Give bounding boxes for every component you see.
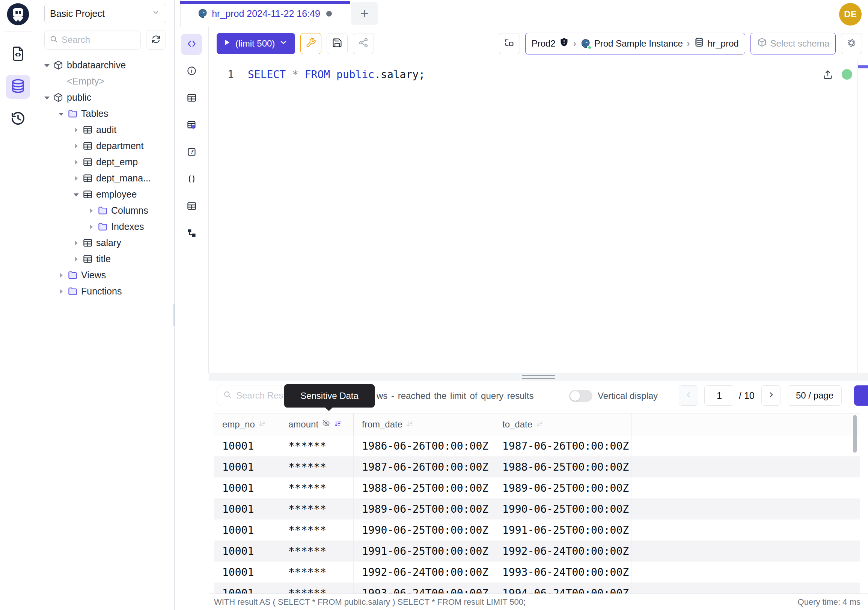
- tree-caret-icon[interactable]: [73, 175, 79, 182]
- result-cell[interactable]: 1988-06-25T00:00:00Z: [353, 477, 494, 498]
- tree-caret-icon[interactable]: [73, 191, 79, 197]
- strip-code-button[interactable]: [181, 34, 202, 55]
- sort-icon[interactable]: [406, 420, 414, 428]
- tree-item-employee[interactable]: employee: [36, 186, 174, 202]
- tree-item-dept-emp[interactable]: dept_emp: [36, 154, 174, 170]
- tree-item-bbdataarchive[interactable]: bbdataarchive: [36, 57, 174, 73]
- rail-history-button[interactable]: [6, 107, 30, 131]
- tree-caret-icon[interactable]: [43, 94, 50, 101]
- result-cell[interactable]: 1987-06-26T00:00:00Z: [353, 456, 494, 477]
- strip-info-button[interactable]: [181, 61, 202, 82]
- result-row[interactable]: 10001 ****** 1990-06-25T00:00:00Z 1991-0…: [214, 520, 860, 540]
- result-cell[interactable]: ******: [280, 498, 353, 520]
- result-cell[interactable]: ******: [280, 582, 353, 594]
- tree-item-empty[interactable]: <Empty>: [36, 73, 174, 89]
- rail-database-button[interactable]: [6, 75, 30, 99]
- tree-item-indexes[interactable]: Indexes: [36, 219, 174, 235]
- tree-item-functions[interactable]: Functions: [36, 283, 174, 300]
- strip-masked-table-button[interactable]: [181, 115, 202, 136]
- result-cell[interactable]: 10001: [214, 498, 280, 520]
- next-page-button[interactable]: [761, 385, 781, 406]
- tree-caret-icon[interactable]: [73, 127, 79, 133]
- result-cell[interactable]: 1989-06-25T00:00:00Z: [353, 498, 494, 520]
- result-row[interactable]: 10001 ****** 1988-06-25T00:00:00Z 1989-0…: [214, 477, 860, 498]
- result-cell[interactable]: 10001: [214, 520, 280, 540]
- tree-caret-icon[interactable]: [73, 159, 79, 165]
- editor-scrollbar-thumb[interactable]: [858, 65, 868, 68]
- result-cell[interactable]: 10001: [214, 435, 280, 456]
- schema-selector[interactable]: Select schema: [750, 33, 836, 54]
- prev-page-button[interactable]: [679, 385, 698, 406]
- tree-item-views[interactable]: Views: [36, 267, 174, 283]
- tree-caret-icon[interactable]: [58, 110, 64, 117]
- rail-worksheet-button[interactable]: [6, 42, 30, 67]
- tree-caret-icon[interactable]: [73, 256, 79, 262]
- result-row[interactable]: 10001 ****** 1987-06-26T00:00:00Z 1988-0…: [214, 456, 860, 477]
- result-cell[interactable]: ******: [280, 562, 353, 582]
- tree-item-public[interactable]: public: [36, 89, 174, 106]
- results-scrollbar-thumb[interactable]: [853, 415, 857, 453]
- result-cell[interactable]: 1992-06-24T00:00:00Z: [494, 540, 631, 562]
- page-number-input[interactable]: [704, 385, 734, 406]
- bytebase-logo[interactable]: [6, 2, 30, 26]
- strip-table-list-button[interactable]: [181, 196, 202, 217]
- tree-item-salary[interactable]: salary: [36, 235, 174, 251]
- result-row[interactable]: 10001 ****** 1993-06-24T00:00:00Z 1994-0…: [214, 582, 860, 594]
- vertical-display-toggle[interactable]: [569, 390, 592, 402]
- strip-table-info-button[interactable]: [181, 88, 202, 109]
- connection-breadcrumb[interactable]: Prod2 › Prod Sample Instance › hr_prod: [525, 33, 745, 54]
- result-cell[interactable]: ******: [280, 456, 353, 477]
- result-cell[interactable]: 1993-06-24T00:00:00Z: [353, 582, 494, 594]
- result-cell[interactable]: 1987-06-26T00:00:00Z: [494, 435, 631, 456]
- refresh-button[interactable]: [146, 30, 166, 50]
- sort-icon[interactable]: [334, 420, 343, 428]
- result-cell[interactable]: 1990-06-25T00:00:00Z: [494, 498, 631, 520]
- result-cell[interactable]: ******: [280, 520, 353, 540]
- result-cell[interactable]: 10001: [214, 540, 280, 562]
- result-cell[interactable]: 1993-06-24T00:00:00Z: [494, 562, 631, 582]
- new-tab-button[interactable]: +: [351, 2, 378, 25]
- result-cell[interactable]: 1991-06-25T00:00:00Z: [494, 520, 631, 540]
- page-size-select[interactable]: 50 / page: [787, 385, 842, 406]
- sensitive-eye-off-icon[interactable]: [322, 419, 330, 430]
- panel-splitter[interactable]: [209, 373, 868, 380]
- result-cell[interactable]: ******: [280, 435, 353, 456]
- result-row[interactable]: 10001 ****** 1991-06-25T00:00:00Z 1992-0…: [214, 540, 860, 562]
- strip-parentheses-button[interactable]: [181, 169, 202, 190]
- column-header-to_date[interactable]: to_date: [494, 414, 631, 435]
- tab-hr-prod[interactable]: hr_prod 2024-11-22 16:49: [180, 0, 349, 27]
- tree-caret-icon[interactable]: [43, 62, 50, 68]
- share-button[interactable]: [353, 33, 374, 54]
- result-row[interactable]: 10001 ****** 1989-06-25T00:00:00Z 1990-0…: [214, 498, 860, 520]
- tree-item-dept-mana[interactable]: dept_mana...: [36, 170, 174, 186]
- result-cell[interactable]: 10001: [214, 562, 280, 582]
- tree-caret-icon[interactable]: [58, 288, 64, 295]
- project-selector[interactable]: Basic Project: [44, 4, 166, 23]
- result-cell[interactable]: ******: [280, 477, 353, 498]
- result-cell[interactable]: 1986-06-26T00:00:00Z: [353, 435, 494, 456]
- batch-query-button[interactable]: [499, 33, 520, 54]
- ai-assistant-button[interactable]: [841, 33, 862, 54]
- tree-item-columns[interactable]: Columns: [36, 202, 174, 219]
- avatar[interactable]: DE: [839, 3, 862, 26]
- column-header-from_date[interactable]: from_date: [353, 414, 494, 435]
- result-cell[interactable]: 10001: [214, 456, 280, 477]
- result-row[interactable]: 10001 ****** 1986-06-26T00:00:00Z 1987-0…: [214, 435, 860, 456]
- tree-item-title[interactable]: title: [36, 251, 174, 267]
- strip-function-button[interactable]: f: [181, 142, 202, 163]
- sort-icon[interactable]: [258, 420, 267, 428]
- tree-caret-icon[interactable]: [73, 143, 79, 149]
- column-header-emp_no[interactable]: emp_no: [214, 414, 280, 435]
- tree-item-audit[interactable]: audit: [36, 122, 174, 138]
- result-cell[interactable]: 1992-06-24T00:00:00Z: [353, 562, 494, 582]
- chevron-down-icon[interactable]: [279, 37, 288, 50]
- run-query-button[interactable]: (limit 500): [217, 33, 295, 54]
- tree-item-tables[interactable]: Tables: [36, 106, 174, 122]
- tree-caret-icon[interactable]: [88, 224, 94, 230]
- result-cell[interactable]: 1991-06-25T00:00:00Z: [353, 540, 494, 562]
- tree-item-department[interactable]: department: [36, 138, 174, 154]
- sidebar-search-input[interactable]: [62, 34, 129, 45]
- tree-caret-icon[interactable]: [73, 240, 79, 246]
- sql-code-line[interactable]: SELECT * FROM public.salary;: [248, 68, 425, 81]
- column-header-amount[interactable]: amount: [280, 414, 353, 435]
